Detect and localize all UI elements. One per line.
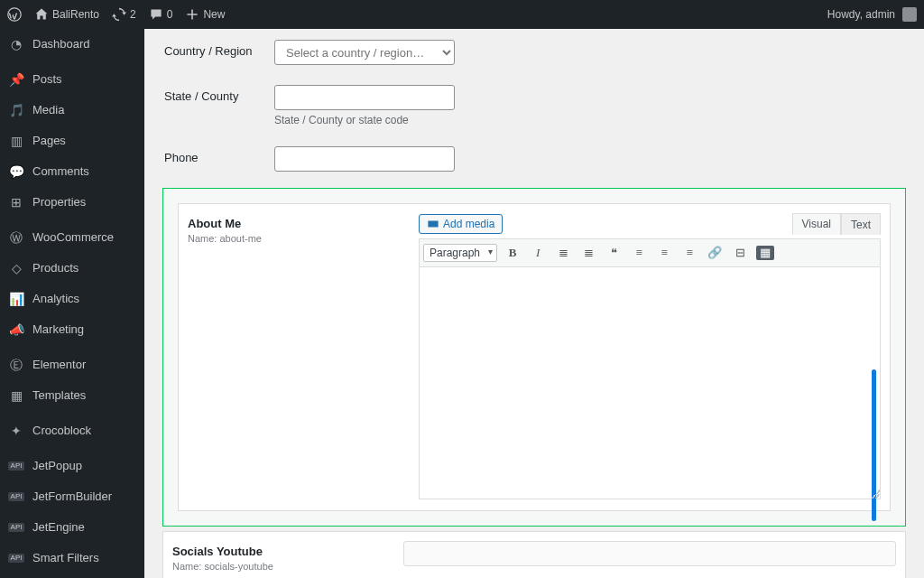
sidebar-item-posts[interactable]: 📌Posts [0,64,144,95]
readmore-button[interactable]: ⊟ [730,243,750,263]
country-select[interactable]: Select a country / region… [274,40,455,65]
sidebar-item-jetpopup[interactable]: APIJetPopup [0,451,144,481]
socials-youtube-input[interactable] [403,541,896,566]
align-right-button[interactable]: ≡ [679,243,699,263]
site-home-link[interactable]: BaliRento [34,7,99,22]
avatar [902,7,917,22]
updates-count: 2 [130,8,136,21]
marketing-icon: 📣 [7,321,25,339]
comments-link[interactable]: 0 [149,7,173,22]
sidebar-item-elementor[interactable]: ⒺElementor [0,350,144,380]
sidebar-item-label: Elementor [32,358,86,372]
sidebar-item-label: Media [32,103,64,117]
crocoblock-icon: ✦ [7,422,25,440]
comment-icon [149,7,163,22]
properties-icon: ⊞ [7,193,25,211]
about-me-title: About Me [188,217,410,230]
howdy-link[interactable]: Howdy, admin [827,7,917,22]
sidebar-item-properties[interactable]: ⊞Properties [0,187,144,218]
sidebar-item-jetengine[interactable]: APIJetEngine [0,512,144,543]
phone-input[interactable] [274,146,455,172]
tab-visual[interactable]: Visual [792,213,841,235]
highlighted-section: About Me Name: about-me Add media [162,188,906,527]
add-media-label: Add media [443,218,494,230]
align-center-button[interactable]: ≡ [654,243,674,263]
sidebar-item-label: Dashboard [32,37,90,51]
site-name: BaliRento [52,8,99,21]
align-left-button[interactable]: ≡ [629,243,649,263]
updates-link[interactable]: 2 [112,7,136,22]
sidebar-item-marketing[interactable]: 📣Marketing [0,314,144,345]
new-content-link[interactable]: New [185,7,225,22]
sidebar-item-label: Comments [32,164,89,179]
api-icon: API [7,518,25,536]
admin-sidebar: ◔Dashboard 📌Posts 🎵Media ▥Pages 💬Comment… [0,29,144,578]
editor-textarea[interactable] [420,267,880,499]
state-desc: State / County or state code [274,114,904,126]
elementor-icon: Ⓔ [7,356,25,374]
sidebar-item-label: Marketing [32,322,84,337]
sidebar-item-smartfilters[interactable]: APISmart Filters [0,543,144,573]
numbered-list-button[interactable]: ≣ [578,243,598,263]
socials-youtube-title: Socials Youtube [172,545,394,558]
toolbar-toggle-button[interactable]: ▦ [755,243,775,263]
sidebar-item-label: Smart Filters [32,551,99,565]
sidebar-item-bookings[interactable]: APIBookings [0,573,144,578]
api-icon: API [7,549,25,567]
paragraph-select[interactable]: Paragraph [423,244,497,262]
api-icon: API [7,488,25,506]
sidebar-item-label: Products [32,261,79,275]
about-me-fieldname: Name: about-me [188,233,410,244]
sidebar-item-label: WooCommerce [32,230,114,245]
wp-logo[interactable] [7,7,22,22]
main-content: Country / Region Select a country / regi… [144,29,924,578]
add-media-button[interactable]: Add media [419,214,503,234]
blockquote-button[interactable]: ❝ [604,243,624,263]
sidebar-item-templates[interactable]: ▦Templates [0,380,144,411]
state-input[interactable] [274,85,455,110]
link-button[interactable]: 🔗 [705,243,725,263]
sidebar-item-label: Properties [32,195,86,210]
italic-button[interactable]: I [528,243,548,263]
media-icon: 🎵 [7,101,25,119]
phone-label: Phone [164,137,273,181]
sidebar-item-analytics[interactable]: 📊Analytics [0,284,144,314]
comment-icon: 💬 [7,163,25,181]
plus-icon [185,7,199,22]
sidebar-item-pages[interactable]: ▥Pages [0,126,144,156]
dashboard-icon: ◔ [7,35,25,53]
updates-icon [112,7,126,22]
sidebar-item-dashboard[interactable]: ◔Dashboard [0,29,144,60]
sidebar-item-media[interactable]: 🎵Media [0,95,144,126]
analytics-icon: 📊 [7,290,25,308]
sidebar-item-comments[interactable]: 💬Comments [0,156,144,187]
wysiwyg-editor: Add media Visual Text Paragraph [419,213,881,499]
sidebar-item-label: JetEngine [32,520,85,535]
sidebar-item-label: Analytics [32,292,79,306]
bullet-list-button[interactable]: ≣ [553,243,573,263]
home-icon [34,7,49,22]
sidebar-item-label: Crocoblock [32,424,91,438]
bold-button[interactable]: B [503,243,522,263]
page-icon: ▥ [7,132,25,150]
state-label: State / County [164,76,273,135]
sidebar-item-label: Templates [32,388,86,403]
media-icon [427,218,439,230]
sidebar-item-jetformbuilder[interactable]: APIJetFormBuilder [0,481,144,512]
howdy-text: Howdy, admin [827,8,895,21]
templates-icon: ▦ [7,387,25,405]
scrollbar-handle[interactable] [872,369,876,521]
editor-toolbar: Paragraph B I ≣ ≣ ❝ ≡ ≡ ≡ 🔗 [420,239,880,267]
woo-icon: Ⓦ [7,228,25,247]
pin-icon: 📌 [7,70,25,89]
tab-text[interactable]: Text [841,213,881,235]
sidebar-item-label: JetFormBuilder [32,489,112,504]
new-label: New [203,8,225,21]
sidebar-item-label: Pages [32,134,66,148]
sidebar-item-woocommerce[interactable]: ⓌWooCommerce [0,222,144,253]
sidebar-item-crocoblock[interactable]: ✦Crocoblock [0,415,144,446]
sidebar-item-products[interactable]: ◇Products [0,253,144,284]
socials-youtube-fieldname: Name: socials-youtube [172,561,394,572]
comments-count: 0 [167,8,173,21]
sidebar-item-label: Posts [32,72,62,87]
